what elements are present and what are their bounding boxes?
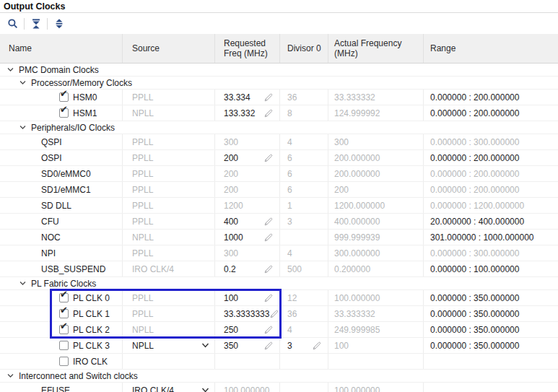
checkbox[interactable] — [59, 357, 69, 366]
clock-name: CFU — [41, 217, 59, 227]
edit-pencil-icon[interactable] — [269, 309, 279, 319]
requested-freq-value: 300 — [224, 248, 238, 258]
checkbox[interactable]: ✔ — [59, 325, 69, 334]
actual-frequency-cell: 400.000000 — [328, 214, 424, 229]
column-header-range[interactable]: Range — [424, 34, 558, 63]
source-combobox[interactable]: IRO CLK/4 — [123, 383, 215, 392]
divisor-cell: 500 — [280, 261, 328, 276]
expand-all-button[interactable] — [50, 15, 68, 32]
source-value: NPLL — [132, 341, 154, 351]
edit-pencil-icon[interactable] — [312, 341, 322, 351]
group-row[interactable]: PL Fabric Clocks — [0, 277, 558, 290]
checkbox[interactable]: ✔ — [59, 309, 69, 318]
divisor-value: 6 — [287, 169, 292, 179]
group-row[interactable]: PMC Domain Clocks — [0, 64, 558, 77]
divisor-cell[interactable]: 3 — [280, 338, 328, 353]
actual-frequency-value: 33.333332 — [334, 92, 375, 103]
requested-freq-cell[interactable]: 350 — [215, 338, 280, 353]
edit-pencil-icon[interactable] — [263, 153, 274, 163]
actual-frequency-value: 249.999985 — [334, 325, 380, 335]
edit-pencil-icon[interactable] — [263, 293, 274, 303]
collapse-all-icon — [30, 18, 42, 30]
divisor-cell: 4 — [280, 322, 328, 337]
requested-freq-cell[interactable]: 400 — [215, 214, 280, 229]
requested-freq-cell[interactable]: 133.332 — [215, 105, 280, 121]
edit-pencil-icon[interactable] — [263, 217, 274, 227]
edit-pencil-icon[interactable] — [263, 325, 274, 335]
divisor-value: 3 — [287, 217, 292, 227]
actual-frequency-value: 100.000000 — [334, 293, 380, 303]
range-value: 0.000000 : 200.000000 — [430, 153, 519, 163]
requested-freq-cell: 1200 — [215, 198, 280, 213]
edit-pencil-icon[interactable] — [263, 232, 274, 243]
requested-freq-cell[interactable]: 100 — [215, 290, 280, 305]
group-row[interactable]: Peripherals/IO Clocks — [0, 121, 558, 134]
name-cell: ✔HSM1 — [0, 105, 123, 121]
source-cell: PPLL — [123, 245, 215, 261]
source-value: PPLL — [132, 201, 153, 211]
requested-freq-cell[interactable]: 250 — [215, 322, 280, 337]
divisor-value: 6 — [287, 185, 292, 195]
edit-pencil-icon[interactable] — [263, 341, 274, 351]
source-cell: NPLL — [123, 322, 215, 337]
tree-chevron-icon[interactable] — [19, 279, 27, 287]
name-cell: OSPI — [0, 150, 123, 165]
search-button[interactable] — [4, 15, 22, 32]
requested-freq-value: 1200 — [224, 201, 243, 211]
range-cell — [424, 354, 558, 369]
source-value: NPLL — [132, 325, 154, 335]
range-value: 0.000000 : 300.000000 — [430, 248, 519, 258]
range-value: 0.000000 : 350.000000 — [430, 341, 519, 351]
requested-freq-cell[interactable]: 33.334 — [215, 90, 280, 105]
source-value: PPLL — [132, 137, 153, 147]
panel-titlebar: Output Clocks — [0, 0, 558, 13]
name-cell: ✔HSM0 — [0, 90, 123, 105]
toolbar-separator — [47, 18, 48, 30]
requested-freq-cell[interactable]: 200 — [215, 150, 280, 165]
checkmark-icon: ✔ — [60, 306, 68, 315]
table-row: SD0/eMMC0PPLL2006200.0000000.000000 : 20… — [0, 166, 558, 182]
requested-freq-cell[interactable]: 33.3333333 — [215, 306, 280, 321]
source-cell: PPLL — [123, 214, 215, 229]
clock-name: USB_SUSPEND — [41, 264, 105, 274]
collapse-all-button[interactable] — [27, 15, 45, 32]
checkmark-icon: ✔ — [60, 322, 68, 331]
range-value: 0.000000 : 350.000000 — [430, 325, 519, 335]
clock-name: PL CLK 1 — [73, 309, 110, 319]
checkbox[interactable]: ✔ — [59, 92, 69, 102]
table-row: ✔HSM0PPLL33.3343633.3333320.000000 : 200… — [0, 90, 558, 105]
divisor-value: 36 — [287, 92, 297, 103]
column-header-actual-frequency[interactable]: Actual Frequency (MHz) — [328, 34, 424, 63]
output-clocks-panel: Output Clocks Name Sourc — [0, 0, 558, 392]
column-header-requested-freq[interactable]: Requested Freq (MHz) — [215, 34, 280, 63]
tree-chevron-icon[interactable] — [6, 66, 14, 74]
checkbox[interactable] — [59, 341, 69, 350]
range-value: 0.000000 : 350.000000 — [430, 293, 519, 303]
requested-freq-cell[interactable]: 0.2 — [215, 261, 280, 276]
requested-freq-cell[interactable]: 1000 — [215, 230, 280, 245]
edit-pencil-icon[interactable] — [263, 92, 274, 103]
table-row: CFUPPLL4003400.00000020.000000 : 400.000… — [0, 214, 558, 230]
requested-freq-value: 133.332 — [224, 108, 255, 118]
column-header-source[interactable]: Source — [123, 34, 215, 63]
requested-freq-cell: 200 — [215, 182, 280, 197]
group-row[interactable]: Interconnect and Switch clocks — [0, 370, 558, 383]
checkbox[interactable]: ✔ — [59, 293, 69, 302]
checkbox[interactable]: ✔ — [59, 108, 69, 118]
source-combobox[interactable]: NPLL — [123, 338, 215, 353]
column-header-divisor[interactable]: Divisor 0 — [280, 34, 328, 63]
tree-chevron-icon[interactable] — [6, 372, 14, 380]
name-cell: CFU — [0, 214, 123, 229]
actual-frequency-value: 100 — [334, 341, 349, 351]
column-header-name[interactable]: Name — [0, 34, 123, 63]
edit-pencil-icon[interactable] — [263, 264, 274, 274]
edit-pencil-icon[interactable] — [263, 108, 274, 118]
group-row[interactable]: Processor/Memory Clocks — [0, 77, 558, 90]
actual-frequency-value: 100.000000 — [334, 386, 380, 392]
tree-chevron-icon[interactable] — [19, 79, 27, 87]
range-cell: 0.000000 : 200.000000 — [424, 105, 558, 121]
source-cell: PPLL — [123, 198, 215, 213]
requested-freq-value: 200 — [224, 153, 238, 163]
source-value: IRO CLK/4 — [132, 264, 174, 274]
tree-chevron-icon[interactable] — [19, 123, 27, 131]
